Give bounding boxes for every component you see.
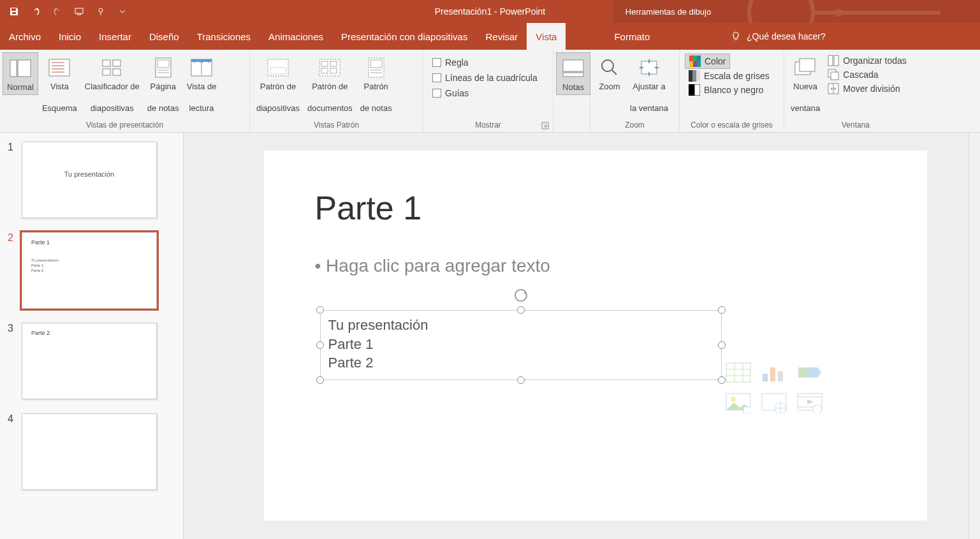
tab-inicio[interactable]: Inicio [50,23,90,50]
grayscale-mode-button[interactable]: Escala de grises [685,69,773,83]
reading-view-button[interactable]: Vista de lectura [183,52,221,115]
svg-rect-42 [834,55,838,66]
svg-rect-33 [697,61,701,67]
resize-handle-ne[interactable] [718,306,726,314]
resize-handle-sw[interactable] [316,376,324,384]
mostrar-dialog-launcher-icon[interactable] [541,122,549,129]
tab-diseno[interactable]: Diseño [140,23,188,50]
reading-label2: lectura [189,103,214,114]
svg-rect-7 [103,60,110,66]
slide-sorter-button[interactable]: Clasificador de diapositivas [81,52,143,115]
tab-revisar[interactable]: Revisar [476,23,527,50]
new-window-label: Nueva [793,82,817,92]
tab-vista[interactable]: Vista [527,23,566,50]
title-bar: Presentación1 - PowerPoint Herramientas … [0,0,980,23]
tab-animaciones[interactable]: Animaciones [260,23,332,50]
thumb1-title: Tu presentación [64,170,114,178]
svg-rect-0 [75,8,83,13]
bw-label: Blanco y negro [704,85,763,95]
slide-thumbnail-1[interactable]: Tu presentación [22,142,157,218]
tab-transiciones[interactable]: Transiciones [188,23,260,50]
svg-rect-16 [270,68,286,74]
insert-picture-icon[interactable] [723,390,754,416]
content-placeholder[interactable]: • Haga clic para agregar texto [315,256,889,276]
slide-master-button[interactable]: Patrón de diapositivas [252,52,304,115]
svg-rect-35 [692,70,696,82]
vertical-scrollbar[interactable] [969,133,980,539]
svg-rect-24 [563,60,583,71]
svg-point-3 [835,9,842,17]
insert-online-picture-icon[interactable] [759,390,789,416]
bw-icon [689,84,700,96]
resize-handle-e[interactable] [718,341,726,349]
qat-customize-button[interactable] [113,3,131,20]
tab-formato[interactable]: Formato [605,23,659,50]
group-vistas-presentacion-label: Vistas de presentación [3,118,247,132]
slide-thumbnail-2[interactable]: Parte 1 Tu presentación Parte 1 Parte 2 [22,232,157,309]
handout-master-label2: documentos [307,103,353,114]
tab-insertar[interactable]: Insertar [90,23,140,50]
slide-canvas[interactable]: Parte 1 • Haga clic para agregar texto T… [264,151,927,521]
svg-point-1 [99,8,103,12]
resize-handle-s[interactable] [517,376,525,384]
guides-checkbox[interactable]: Guías [430,85,471,101]
insert-table-icon[interactable] [723,360,754,385]
new-window-button[interactable]: Nueva ventana [787,52,824,115]
cascade-button[interactable]: Cascada [824,68,911,82]
svg-rect-4 [10,60,17,77]
touchmode-button[interactable] [92,3,110,20]
insert-video-icon[interactable] [794,390,825,416]
ruler-checkbox[interactable]: Regla [430,55,471,70]
svg-point-26 [602,60,613,71]
normal-view-button[interactable]: Normal [3,52,38,95]
svg-point-57 [813,405,822,413]
tab-archivo[interactable]: Archivo [0,23,50,50]
move-split-label: Mover división [843,84,900,94]
insert-smartart-icon[interactable] [794,360,825,385]
resize-handle-n[interactable] [517,306,525,314]
zoom-label: Zoom [599,82,620,92]
textbox-selected[interactable]: Tu presentación Parte 1 Parte 2 [320,310,722,380]
svg-rect-12 [157,60,169,68]
resize-handle-w[interactable] [316,341,324,349]
gridlines-checkbox[interactable]: Líneas de la cuadrícula [430,70,540,85]
rotate-handle[interactable] [513,288,529,305]
color-mode-button[interactable]: Color [685,54,730,69]
bw-mode-button[interactable]: Blanco y negro [685,83,767,97]
svg-rect-47 [726,363,750,382]
notes-master-button[interactable]: Patrón de notas [356,52,396,115]
slide-thumbnail-3[interactable]: Parte 2 [22,323,157,399]
thumb-number: 4 [8,413,15,490]
handout-master-label: Patrón de [312,82,347,92]
notes-button[interactable]: Notas [556,52,590,95]
undo-button[interactable] [27,3,45,20]
redo-button[interactable] [48,3,66,20]
ruler-label: Regla [445,57,469,68]
resize-handle-nw[interactable] [316,306,324,314]
fit-window-button[interactable]: Ajustar a la ventana [626,52,672,115]
handout-master-button[interactable]: Patrón de documentos [304,52,356,115]
svg-rect-44 [831,72,838,80]
notes-master-label: Patrón [364,82,388,92]
thumb-number: 2 [8,232,15,309]
sorter-label2: diapositivas [91,103,134,114]
move-split-button[interactable]: Mover división [824,82,911,96]
tell-me-search[interactable]: ¿Qué desea hacer? [730,31,826,42]
textbox-line-3: Parte 2 [328,353,713,373]
notes-page-button[interactable]: Página de notas [143,52,183,115]
save-button[interactable] [5,3,23,20]
thumb2-l2: Parte 1 [31,263,59,269]
sorter-label: Clasificador de [85,82,140,92]
insert-chart-icon[interactable] [759,360,789,385]
slideshow-button[interactable] [70,3,88,20]
zoom-button[interactable]: Zoom [593,52,626,94]
slide-title-text[interactable]: Parte 1 [315,189,422,227]
svg-rect-53 [743,407,751,413]
slide-editor-area[interactable]: Parte 1 • Haga clic para agregar texto T… [184,133,969,539]
arrange-all-button[interactable]: Organizar todas [824,54,911,68]
tab-presentacion[interactable]: Presentación con diapositivas [332,23,476,50]
outline-view-button[interactable]: Vista Esquema [38,52,81,115]
thumb2-l3: Parte 2 [31,269,59,274]
slide-thumbnail-4[interactable] [22,413,157,490]
new-window-icon [793,55,818,80]
